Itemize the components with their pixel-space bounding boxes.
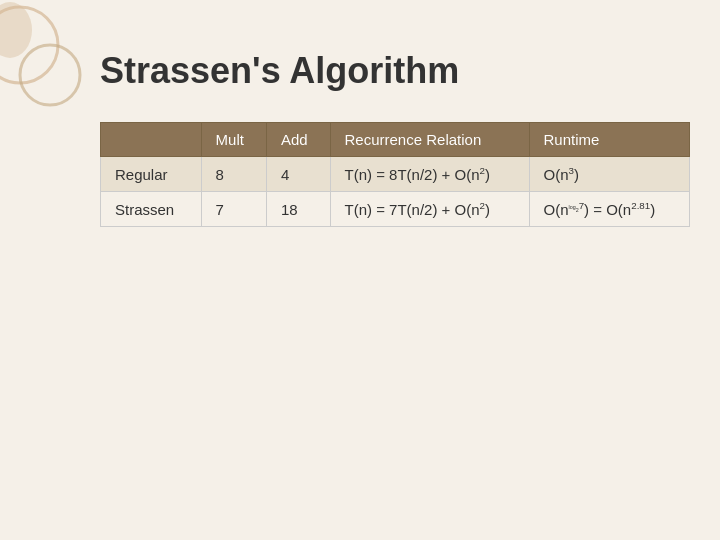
table-row: Strassen 7 18 T(n) = 7T(n/2) + O(n2) O(n… bbox=[101, 192, 690, 227]
cell-strassen-runtime: O(nlog27) = O(n2.81) bbox=[529, 192, 689, 227]
cell-strassen-add: 18 bbox=[266, 192, 330, 227]
table-header-row: Mult Add Recurrence Relation Runtime bbox=[101, 123, 690, 157]
algorithm-table: Mult Add Recurrence Relation Runtime Reg… bbox=[100, 122, 690, 227]
cell-strassen-mult: 7 bbox=[201, 192, 266, 227]
cell-regular-mult: 8 bbox=[201, 157, 266, 192]
col-header-runtime: Runtime bbox=[529, 123, 689, 157]
col-header-label bbox=[101, 123, 202, 157]
table-row: Regular 8 4 T(n) = 8T(n/2) + O(n2) O(n3) bbox=[101, 157, 690, 192]
cell-regular-add: 4 bbox=[266, 157, 330, 192]
cell-regular-recurrence: T(n) = 8T(n/2) + O(n2) bbox=[330, 157, 529, 192]
col-header-add: Add bbox=[266, 123, 330, 157]
cell-regular-runtime: O(n3) bbox=[529, 157, 689, 192]
cell-strassen-recurrence: T(n) = 7T(n/2) + O(n2) bbox=[330, 192, 529, 227]
main-content: Strassen's Algorithm Mult Add Recurrence… bbox=[0, 0, 720, 540]
col-header-recurrence: Recurrence Relation bbox=[330, 123, 529, 157]
row-label-regular: Regular bbox=[101, 157, 202, 192]
page-title: Strassen's Algorithm bbox=[100, 50, 660, 92]
col-header-mult: Mult bbox=[201, 123, 266, 157]
row-label-strassen: Strassen bbox=[101, 192, 202, 227]
